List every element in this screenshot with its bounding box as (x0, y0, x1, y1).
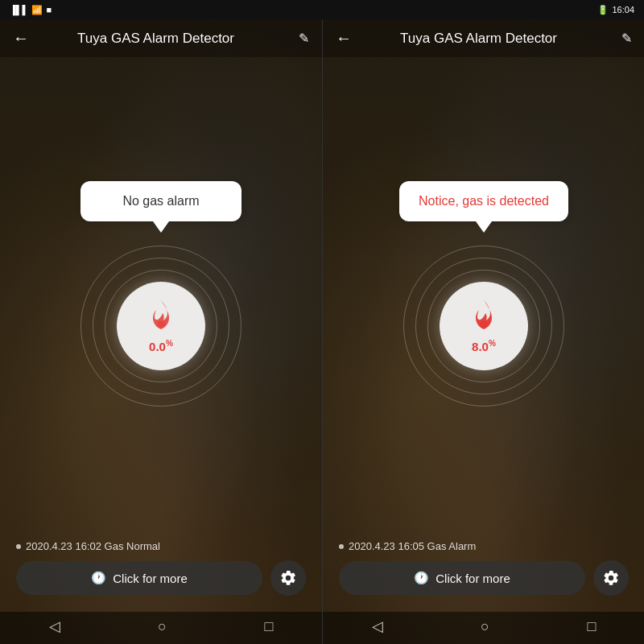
phone-content-normal: ← Tuya GAS Alarm Detector ✎ No gas alarm (0, 19, 322, 644)
edit-icon-alarm[interactable]: ✎ (621, 31, 632, 46)
click-more-button-normal[interactable]: 🕐 Click for more (16, 561, 262, 595)
log-dot-alarm (339, 544, 344, 549)
clock-icon-normal: 🕐 (91, 571, 106, 585)
signal-icon: ▐▌▌ (10, 5, 28, 14)
status-bar: ▐▌▌ 📶 ■ 🔋 16:04 (0, 0, 644, 19)
app-header-normal: ← Tuya GAS Alarm Detector ✎ (0, 19, 322, 57)
status-left: ▐▌▌ 📶 ■ (10, 5, 52, 15)
click-more-button-alarm[interactable]: 🕐 Click for more (339, 561, 585, 595)
phone-alarm: ← Tuya GAS Alarm Detector ✎ Notice, gas … (323, 19, 644, 644)
gas-value-normal: 0.0% (149, 339, 173, 353)
edit-icon-normal[interactable]: ✎ (299, 31, 309, 46)
sensor-container-normal[interactable]: 0.0% (80, 246, 242, 407)
svg-point-1 (480, 321, 488, 328)
log-text-normal: 2020.4.23 16:02 Gas Normal (26, 540, 160, 552)
bottom-buttons-normal: 🕐 Click for more (16, 560, 306, 596)
bottom-area-normal: 2020.4.23 16:02 Gas Normal 🕐 Click for m… (0, 530, 322, 612)
flame-icon-alarm (466, 299, 502, 337)
click-more-label-alarm: Click for more (436, 572, 510, 585)
flame-icon-normal (143, 299, 179, 337)
status-bubble-normal: No gas alarm (80, 181, 242, 221)
log-text-alarm: 2020.4.23 16:05 Gas Alarm (349, 540, 476, 552)
nav-bar-normal: ◁ ○ □ (0, 612, 322, 644)
settings-button-normal[interactable] (270, 560, 306, 596)
sensor-circle-normal: 0.0% (117, 282, 205, 370)
app-title-alarm: Tuya GAS Alarm Detector (345, 31, 612, 47)
wifi-icon: 📶 (31, 5, 43, 15)
main-area-normal: No gas alarm 0.0% (0, 57, 322, 530)
app-icon: ■ (46, 5, 52, 14)
nav-bar-alarm: ◁ ○ □ (323, 612, 644, 644)
sensor-container-alarm[interactable]: 8.0% (403, 246, 564, 407)
nav-back-alarm[interactable]: ◁ (359, 614, 396, 638)
gas-value-alarm: 8.0% (472, 339, 496, 353)
status-right: 🔋 16:04 (597, 5, 634, 15)
gear-icon-alarm (602, 569, 620, 587)
bubble-text-alarm: Notice, gas is detected (419, 194, 549, 208)
phone-normal: ← Tuya GAS Alarm Detector ✎ No gas alarm (0, 19, 322, 644)
phones-container: ← Tuya GAS Alarm Detector ✎ No gas alarm (0, 19, 644, 644)
bubble-text-normal: No gas alarm (122, 194, 199, 208)
phone-content-alarm: ← Tuya GAS Alarm Detector ✎ Notice, gas … (323, 19, 644, 644)
battery-icon: 🔋 (597, 5, 609, 15)
gear-icon-normal (279, 569, 297, 587)
nav-home-normal[interactable]: ○ (145, 615, 180, 638)
app-header-alarm: ← Tuya GAS Alarm Detector ✎ (323, 19, 644, 57)
nav-recent-alarm[interactable]: □ (574, 615, 609, 638)
time-display: 16:04 (612, 5, 634, 14)
app-title-normal: Tuya GAS Alarm Detector (23, 31, 289, 47)
sensor-circle-alarm: 8.0% (440, 282, 528, 370)
status-log-alarm: 2020.4.23 16:05 Gas Alarm (339, 540, 629, 552)
clock-icon-alarm: 🕐 (414, 571, 429, 585)
bottom-area-alarm: 2020.4.23 16:05 Gas Alarm 🕐 Click for mo… (323, 530, 644, 612)
main-area-alarm: Notice, gas is detected (323, 57, 644, 530)
nav-back-normal[interactable]: ◁ (36, 614, 73, 638)
settings-button-alarm[interactable] (593, 560, 629, 596)
log-dot-normal (16, 544, 21, 549)
click-more-label-normal: Click for more (113, 572, 188, 585)
status-bubble-alarm: Notice, gas is detected (399, 181, 568, 221)
nav-recent-normal[interactable]: □ (251, 615, 286, 638)
status-log-normal: 2020.4.23 16:02 Gas Normal (16, 540, 306, 552)
nav-home-alarm[interactable]: ○ (468, 615, 502, 638)
svg-point-0 (157, 321, 165, 328)
bottom-buttons-alarm: 🕐 Click for more (339, 560, 629, 596)
